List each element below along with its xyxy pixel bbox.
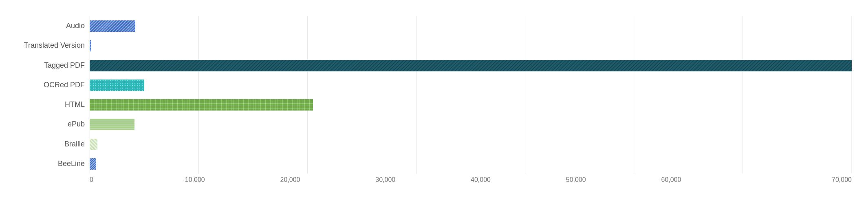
x-tick-6: 60,000	[661, 176, 757, 184]
bar-html	[90, 99, 313, 111]
bar-row-tagged-pdf	[90, 58, 852, 74]
bar-row-html	[90, 97, 852, 113]
bar-tagged-pdf	[90, 60, 852, 71]
bar-row-ocred-pdf	[90, 77, 852, 93]
y-label-translated: Translated Version	[16, 38, 85, 54]
bar-translated	[90, 40, 91, 51]
x-tick-7: 70,000	[756, 176, 852, 184]
x-tick-0: 0	[90, 176, 185, 184]
bar-row-beeline	[90, 156, 852, 172]
y-label-ocred-pdf: OCRed PDF	[16, 77, 85, 93]
x-tick-2: 20,000	[280, 176, 376, 184]
y-label-audio: Audio	[16, 18, 85, 34]
bar-row-epub	[90, 116, 852, 133]
bar-epub	[90, 119, 134, 130]
bar-braille	[90, 139, 97, 150]
y-label-epub: ePub	[16, 116, 85, 133]
chart-container: AudioTranslated VersionTagged PDFOCRed P…	[0, 0, 868, 208]
bar-audio	[90, 20, 135, 32]
bar-ocred-pdf	[90, 80, 144, 91]
y-axis: AudioTranslated VersionTagged PDFOCRed P…	[16, 16, 90, 174]
y-label-braille: Braille	[16, 136, 85, 153]
x-tick-4: 40,000	[471, 176, 566, 184]
bars-area	[90, 16, 852, 174]
x-tick-1: 10,000	[185, 176, 280, 184]
y-label-tagged-pdf: Tagged PDF	[16, 58, 85, 74]
y-label-beeline: BeeLine	[16, 156, 85, 172]
bar-beeline	[90, 158, 96, 170]
bar-row-braille	[90, 136, 852, 153]
x-tick-3: 30,000	[375, 176, 471, 184]
x-tick-5: 50,000	[566, 176, 661, 184]
x-axis: 010,00020,00030,00040,00050,00060,00070,…	[16, 174, 852, 184]
bar-row-audio	[90, 18, 852, 34]
chart-body: AudioTranslated VersionTagged PDFOCRed P…	[16, 16, 852, 174]
y-label-html: HTML	[16, 97, 85, 113]
bar-row-translated	[90, 38, 852, 54]
